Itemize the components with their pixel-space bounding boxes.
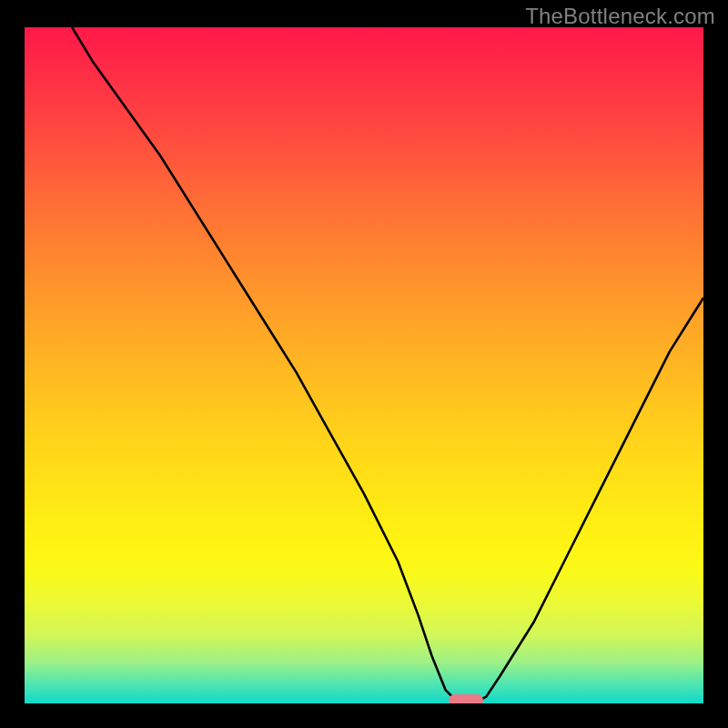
chart-frame: TheBottleneck.com [0,0,728,728]
plot-area [25,27,703,703]
optimum-marker [449,694,483,703]
watermark-text: TheBottleneck.com [525,4,715,29]
bottleneck-curve [25,27,703,703]
